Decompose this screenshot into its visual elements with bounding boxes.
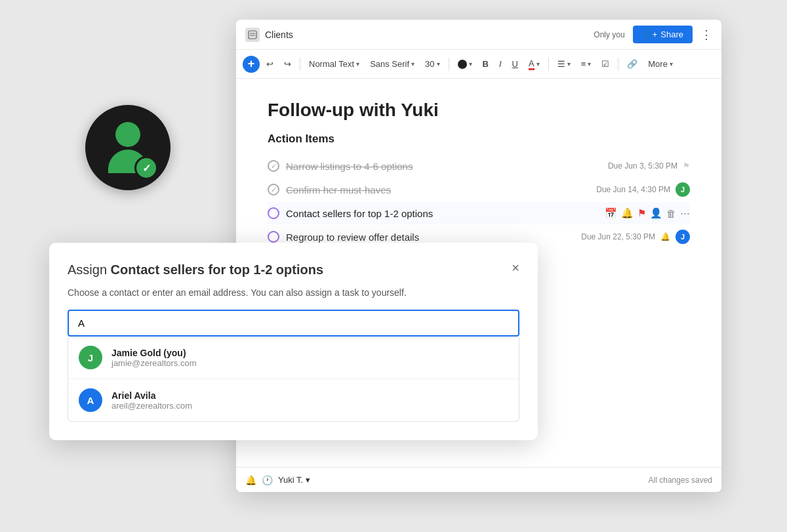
- calendar-icon[interactable]: 📅: [605, 207, 617, 219]
- underline-button[interactable]: U: [508, 56, 522, 72]
- more-actions-icon[interactable]: ⋯: [680, 207, 690, 219]
- doc-section-title: Action Items: [268, 133, 690, 146]
- share-person-icon: 👤+: [642, 30, 658, 39]
- doc-topbar: Clients Only you 👤+ Share ⋮: [236, 20, 721, 50]
- visibility-label: Only you: [594, 30, 624, 39]
- undo-button[interactable]: ↩: [262, 56, 277, 72]
- link-button[interactable]: 🔗: [623, 56, 641, 72]
- task-assignee-avatar: J: [676, 182, 690, 197]
- task-due: Due Jun 14, 4:30 PM: [596, 185, 670, 194]
- avatar-head: [115, 122, 140, 147]
- link-icon: 🔗: [627, 59, 637, 69]
- toolbar-separator-3: [548, 58, 549, 71]
- task-actions: 📅 🔔 ⚑ 👤 🗑 ⋯: [605, 207, 690, 219]
- doc-icon: [245, 28, 260, 42]
- add-button[interactable]: +: [243, 56, 260, 73]
- toolbar-separator-1: [300, 58, 300, 71]
- task-flag-icon: ⚑: [683, 161, 690, 171]
- task-check[interactable]: [268, 231, 279, 243]
- task-check-done[interactable]: [268, 184, 279, 195]
- flag-icon[interactable]: ⚑: [637, 207, 646, 219]
- checklist-button[interactable]: ☑: [597, 56, 613, 72]
- bullet-arrow: ▾: [567, 60, 571, 68]
- clock-status-icon[interactable]: 🕐: [262, 475, 273, 485]
- task-assignee-avatar: J: [676, 230, 690, 244]
- toolbar-separator-2: [449, 58, 449, 71]
- trash-icon[interactable]: 🗑: [666, 208, 676, 219]
- avatar-check-badge: [134, 156, 158, 180]
- more-button[interactable]: More ▾: [644, 56, 677, 72]
- doc-toolbar: + ↩ ↪ Normal Text ▾ Sans Serif ▾ 30 ▾ ▾ …: [236, 50, 721, 79]
- modal-close-button[interactable]: ×: [512, 261, 519, 274]
- assign-modal: Assign Contact sellers for top 1-2 optio…: [49, 243, 538, 440]
- table-row[interactable]: Narrow listings to 4-6 options Due Jun 3…: [268, 155, 690, 177]
- avatar-person: [108, 122, 148, 173]
- statusbar-left: 🔔 🕐 Yuki T. ▾: [245, 475, 310, 485]
- task-list: Narrow listings to 4-6 options Due Jun 3…: [268, 155, 690, 249]
- contact-avatar-1: A: [79, 388, 102, 412]
- share-button[interactable]: 👤+ Share: [633, 26, 693, 43]
- task-due: Due Jun 3, 5:30 PM: [608, 161, 677, 171]
- doc-topbar-right: Only you 👤+ Share ⋮: [594, 26, 712, 43]
- list-item[interactable]: A Ariel Avila areil@zerealtors.com: [68, 379, 519, 421]
- text-style-arrow: ▾: [356, 60, 359, 68]
- doc-main-title: Follow-up with Yuki: [268, 100, 690, 121]
- statusbar-saved: All changes saved: [649, 476, 712, 485]
- italic-button[interactable]: I: [495, 56, 506, 72]
- font-arrow: ▾: [411, 60, 414, 68]
- task-meta: Due Jun 22, 5:30 PM 🔔 J: [581, 230, 690, 244]
- doc-topbar-left: Clients: [245, 28, 293, 42]
- text-color-button[interactable]: A ▾: [525, 56, 544, 73]
- task-text: Regroup to review offer details: [286, 232, 581, 243]
- text-style-dropdown[interactable]: Normal Text ▾: [305, 56, 363, 72]
- bell-icon-small: 🔔: [660, 232, 670, 241]
- task-meta: Due Jun 14, 4:30 PM J: [596, 182, 690, 197]
- checklist-icon: ☑: [601, 59, 609, 69]
- task-text: Contact sellers for top 1-2 options: [286, 208, 605, 219]
- bold-button[interactable]: B: [479, 56, 493, 72]
- search-input[interactable]: [68, 310, 519, 337]
- toolbar-separator-4: [618, 58, 618, 71]
- doc-file-title: Clients: [265, 30, 293, 40]
- numbered-list-icon: ≡: [581, 59, 586, 69]
- contact-avatar-0: J: [79, 346, 102, 369]
- modal-title: Assign Contact sellers for top 1-2 optio…: [68, 261, 323, 278]
- redo-button[interactable]: ↪: [280, 56, 295, 72]
- bell-icon[interactable]: 🔔: [621, 207, 634, 219]
- avatar-background: [85, 105, 171, 190]
- contact-name-1: Ariel Avila: [111, 390, 508, 401]
- numbered-list-button[interactable]: ≡ ▾: [577, 56, 595, 72]
- contact-info-1: Ariel Avila areil@zerealtors.com: [111, 390, 508, 411]
- modal-header: Assign Contact sellers for top 1-2 optio…: [68, 261, 519, 278]
- task-check-done[interactable]: [268, 160, 279, 172]
- size-arrow: ▾: [437, 60, 440, 68]
- task-text: Narrow listings to 4-6 options: [286, 161, 608, 172]
- doc-statusbar: 🔔 🕐 Yuki T. ▾ All changes saved: [236, 467, 721, 492]
- size-dropdown[interactable]: 30 ▾: [421, 56, 443, 72]
- modal-description: Choose a contact or enter an email addre…: [68, 287, 519, 298]
- font-dropdown[interactable]: Sans Serif ▾: [366, 56, 418, 72]
- numbered-arrow: ▾: [588, 60, 591, 68]
- task-check-active[interactable]: [268, 207, 279, 219]
- contact-info-0: Jamie Gold (you) jamie@zerealtors.com: [111, 348, 508, 368]
- person-icon[interactable]: 👤: [650, 207, 662, 219]
- task-due: Due Jun 22, 5:30 PM: [581, 232, 655, 241]
- more-arrow: ▾: [670, 60, 673, 68]
- list-item[interactable]: J Jamie Gold (you) jamie@zerealtors.com: [68, 337, 519, 379]
- statusbar-user[interactable]: Yuki T. ▾: [278, 475, 310, 485]
- color-arrow: ▾: [469, 60, 472, 68]
- table-row[interactable]: Confirm her must-haves Due Jun 14, 4:30 …: [268, 177, 690, 202]
- contact-name-0: Jamie Gold (you): [111, 348, 508, 358]
- color-dot: [458, 60, 467, 69]
- bullet-list-button[interactable]: ☰ ▾: [554, 56, 575, 72]
- bell-status-icon[interactable]: 🔔: [245, 475, 256, 485]
- contact-email-0: jamie@zerealtors.com: [111, 358, 508, 368]
- contact-list: J Jamie Gold (you) jamie@zerealtors.com …: [68, 337, 519, 422]
- svg-rect-0: [249, 31, 256, 39]
- task-meta: Due Jun 3, 5:30 PM ⚑: [608, 161, 690, 171]
- kebab-menu-icon[interactable]: ⋮: [700, 28, 712, 42]
- color-button[interactable]: ▾: [454, 57, 476, 72]
- contact-email-1: areil@zerealtors.com: [111, 401, 508, 411]
- table-row[interactable]: Contact sellers for top 1-2 options 📅 🔔 …: [268, 202, 690, 224]
- bullet-list-icon: ☰: [557, 59, 565, 69]
